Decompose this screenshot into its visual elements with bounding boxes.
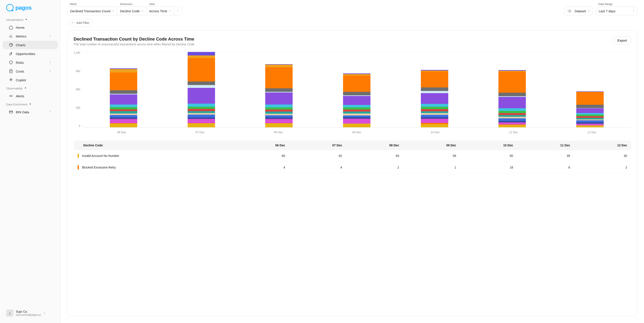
more-options-button[interactable]: [174, 6, 182, 15]
bar-segment: [188, 104, 215, 106]
chevron-right-icon: [49, 34, 52, 38]
rocket-icon: [9, 52, 13, 56]
broadcast-icon: [9, 94, 13, 98]
sidebar-item-label: Home: [16, 26, 24, 29]
table-header[interactable]: 12 Dec: [574, 140, 631, 150]
metric-select[interactable]: Declined Transaction Count: [67, 6, 117, 15]
table-cell: 39: [517, 150, 574, 162]
bar-segment: [188, 113, 215, 114]
sidebar-item-home[interactable]: Home: [3, 23, 58, 32]
sidebar-item-label: Metrics: [16, 34, 26, 38]
row-label: Invalid Account No Number: [82, 154, 119, 158]
bar[interactable]: [265, 64, 293, 127]
bar-segment: [265, 107, 293, 110]
sidebar-item-label: Copilot: [16, 78, 26, 82]
bar-segment: [343, 96, 370, 105]
home-icon: [9, 25, 13, 30]
table-header[interactable]: 07 Dec: [289, 140, 346, 150]
sidebar-item-alerts[interactable]: Alerts: [3, 92, 58, 100]
bar-segment: [498, 72, 526, 93]
daterange-select[interactable]: Last 7 days: [596, 6, 638, 15]
account-switcher[interactable]: Supr Co. ryan.burke@pagos.ai: [4, 307, 56, 319]
sidebar-item-metrics[interactable]: Metrics: [3, 32, 58, 40]
svg-point-3: [11, 53, 12, 54]
bar-segment: [265, 88, 293, 92]
bar-segment: [265, 120, 293, 123]
sidebar-item-bin-data[interactable]: BIN Data: [3, 108, 58, 116]
bar-segment: [110, 124, 137, 127]
sidebar-item-opportunities[interactable]: Opportunities: [3, 50, 58, 58]
metric-value: Declined Transaction Count: [70, 9, 110, 13]
dimension-value: Decline Code: [120, 9, 140, 13]
bar-segment: [421, 93, 448, 104]
bar[interactable]: [421, 70, 448, 127]
brand-logo[interactable]: pagos: [6, 4, 54, 12]
table-header[interactable]: 11 Dec: [517, 140, 574, 150]
bar-segment: [188, 85, 215, 88]
x-tick: 09 Dec: [318, 130, 396, 134]
bar-segment: [265, 110, 293, 112]
bar-segment: [498, 93, 526, 96]
bar-segment: [343, 124, 370, 127]
add-filter-button[interactable]: + Add Filter: [67, 19, 93, 27]
bar-segment: [110, 72, 137, 90]
table-cell: 63: [346, 150, 403, 162]
table-header[interactable]: 10 Dec: [460, 140, 517, 150]
sidebar-item-costs[interactable]: Costs: [3, 67, 58, 76]
color-swatch: [78, 154, 79, 158]
table-header[interactable]: Decline Code: [74, 140, 232, 150]
table-cell: 62: [289, 150, 346, 162]
sidebar-item-risks[interactable]: Risks: [3, 58, 58, 66]
bar[interactable]: [576, 92, 604, 127]
y-tick: 0: [74, 124, 80, 128]
sidebar-item-charts[interactable]: Charts: [3, 41, 58, 49]
export-button[interactable]: Export: [613, 36, 631, 44]
bar-segment: [265, 115, 293, 118]
section-data-enrichment[interactable]: Data Enrichment: [0, 100, 60, 108]
bar-segment: [498, 115, 526, 117]
section-observability[interactable]: Observability: [0, 84, 60, 92]
section-visualizations[interactable]: Visualizations: [0, 16, 60, 23]
color-swatch: [78, 165, 79, 170]
sidebar: pagos Visualizations Home Metrics Charts…: [0, 0, 61, 323]
bar-segment: [188, 109, 215, 111]
bar[interactable]: [498, 70, 526, 127]
pie-chart-icon: [9, 43, 13, 47]
table-header[interactable]: 06 Dec: [232, 140, 289, 150]
chart-title: Declined Transaction Count by Decline Co…: [74, 36, 194, 42]
bar-segment: [421, 109, 448, 111]
avatar: [6, 310, 14, 317]
x-tick: 11 Dec: [474, 130, 553, 134]
bar[interactable]: [343, 74, 370, 127]
table-header[interactable]: 09 Dec: [403, 140, 460, 150]
plus-icon: +: [70, 21, 74, 25]
x-tick: 10 Dec: [396, 130, 474, 134]
table-row[interactable]: Invalid Account No Number60626359503930: [74, 150, 631, 162]
bar-segment: [498, 125, 526, 127]
table-row[interactable]: Blocked Excessive Retry44211862: [74, 162, 631, 173]
bar-segment: [421, 104, 448, 107]
table-cell: 60: [232, 150, 289, 162]
svg-point-11: [178, 10, 178, 10]
account-email: ryan.burke@pagos.ai: [16, 313, 41, 316]
bar[interactable]: [110, 68, 137, 127]
bar-segment: [343, 105, 370, 108]
sidebar-item-label: Charts: [16, 43, 26, 47]
bar[interactable]: [188, 52, 215, 127]
dimension-select[interactable]: Decline Code: [117, 6, 146, 15]
row-label: Blocked Excessive Retry: [82, 166, 116, 169]
table-header[interactable]: 08 Dec: [346, 140, 403, 150]
dataset-select[interactable]: 0 Dataset: [564, 6, 593, 15]
y-tick: 600: [74, 88, 80, 91]
table-cell: 6: [517, 162, 574, 173]
bar-segment: [265, 65, 293, 67]
table-cell: 18: [460, 162, 517, 173]
view-select[interactable]: Across Time: [146, 6, 174, 15]
dataset-count: 0: [567, 9, 572, 13]
sidebar-item-copilot[interactable]: Copilot: [3, 76, 58, 84]
chevron-right-icon: [49, 70, 52, 73]
bar-segment: [110, 111, 137, 113]
bar-chart-icon: [9, 34, 13, 38]
bar-segment: [265, 112, 293, 114]
bar-segment: [188, 82, 215, 85]
